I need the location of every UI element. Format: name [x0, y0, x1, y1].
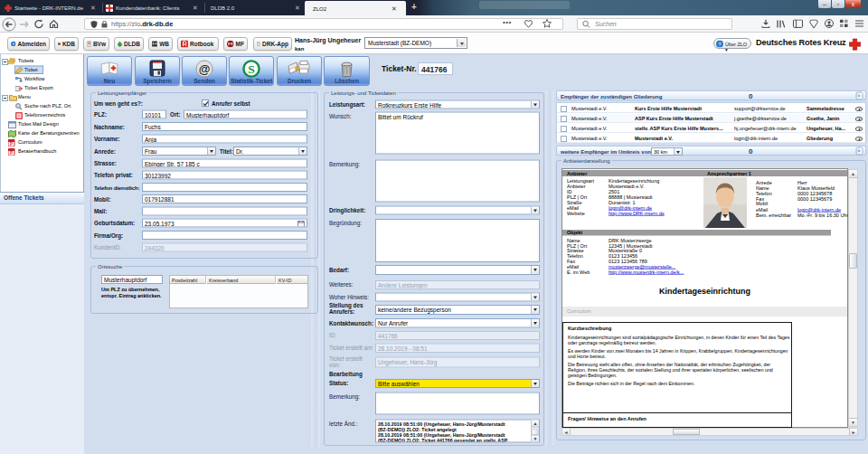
- svg-text:P: P: [10, 142, 13, 147]
- svg-text:@: @: [199, 62, 211, 76]
- svg-text:P: P: [10, 151, 13, 156]
- svg-text:S: S: [248, 62, 255, 76]
